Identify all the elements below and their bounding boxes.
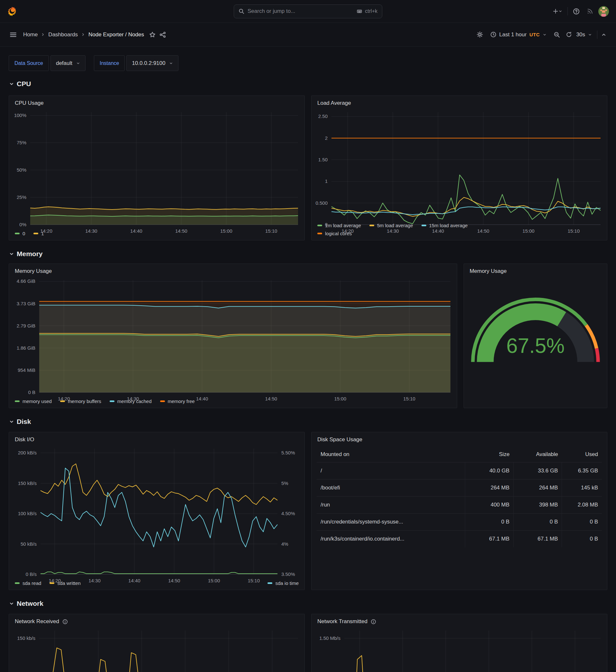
svg-text:14:40: 14:40	[130, 228, 142, 234]
table-row[interactable]: /40.0 GB33.6 GB6.35 GB	[317, 462, 602, 479]
svg-text:15:10: 15:10	[265, 228, 277, 234]
svg-text:25%: 25%	[17, 194, 26, 200]
panel-title[interactable]: Load Average	[317, 100, 351, 106]
section-cpu[interactable]: CPU	[9, 80, 607, 88]
svg-text:14:50: 14:50	[168, 578, 180, 583]
grafana-logo[interactable]	[7, 6, 17, 17]
series-sda io time	[40, 468, 277, 547]
panel-title[interactable]: Memory Usage	[470, 268, 507, 274]
memory-usage-chart[interactable]: 0 B954 MiB1.86 GiB2.79 GiB3.73 GiB4.66 G…	[9, 276, 457, 395]
svg-text:100%: 100%	[14, 112, 26, 118]
time-range-picker[interactable]: Last 1 hour UTC	[487, 29, 550, 40]
kiosk-toggle-button[interactable]	[599, 30, 608, 39]
svg-text:15:00: 15:00	[334, 396, 346, 401]
column-header-size[interactable]: Size	[465, 447, 513, 462]
memory-gauge[interactable]: 67.5%	[464, 276, 607, 408]
disk-space-table: Mounted onSizeAvailableUsed/40.0 GB33.6 …	[317, 447, 602, 547]
cpu-usage-chart[interactable]: 0%25%50%75%100%14:2014:3014:4014:5015:00…	[9, 108, 304, 228]
table-row[interactable]: /run/k3s/containerd/io.containerd...67.1…	[317, 531, 602, 548]
avatar[interactable]	[598, 6, 609, 17]
section-memory[interactable]: Memory	[9, 250, 607, 258]
svg-text:14:40: 14:40	[432, 228, 444, 234]
mount-point-cell: /	[317, 462, 465, 479]
svg-text:0: 0	[325, 222, 328, 227]
panel-title[interactable]: CPU Usage	[15, 100, 44, 106]
table-row[interactable]: /run400 MB398 MB2.08 MB	[317, 497, 602, 514]
panel-title[interactable]: Memory Usage	[15, 268, 52, 274]
svg-text:200 kB/s: 200 kB/s	[18, 450, 37, 455]
dashboard-content: Data Source default Instance 10.0.0.2:91…	[0, 55, 616, 672]
value-cell: 40.0 GB	[465, 462, 513, 479]
chart-svg: 0 B954 MiB1.86 GiB2.79 GiB3.73 GiB4.66 G…	[9, 276, 457, 403]
svg-text:15:00: 15:00	[522, 228, 535, 234]
var-datasource-label[interactable]: Data Source	[9, 55, 49, 71]
section-disk[interactable]: Disk	[9, 418, 607, 426]
mount-point-cell: /run	[317, 497, 465, 514]
svg-text:2.50: 2.50	[318, 113, 328, 119]
section-memory-title: Memory	[17, 250, 43, 258]
column-header-available[interactable]: Available	[513, 447, 562, 462]
zoom-out-button[interactable]	[552, 30, 562, 40]
panel-title[interactable]: Network Received	[15, 618, 59, 625]
load-average-chart[interactable]: 00.50011.5022.5014:2014:3014:4014:5015:0…	[312, 108, 607, 220]
news-button[interactable]	[585, 6, 595, 16]
column-header-mounted-on[interactable]: Mounted on	[317, 447, 465, 462]
table-row[interactable]: /run/credentials/systemd-sysuse...0 B0 B…	[317, 514, 602, 531]
gauge-svg: 67.5%	[464, 276, 607, 408]
column-header-used[interactable]: Used	[562, 447, 602, 462]
network-transmitted-chart[interactable]: 0 b/s500 kb/s1 Mb/s1.50 Mb/s14:2014:3014…	[312, 627, 607, 672]
network-received-chart[interactable]: 0 b/s50 kb/s100 kb/s150 kb/s14:2014:3014…	[9, 627, 304, 672]
variables-row: Data Source default Instance 10.0.0.2:91…	[9, 55, 607, 71]
favorite-button[interactable]	[147, 30, 157, 40]
new-menu-button[interactable]	[551, 6, 564, 16]
svg-text:150 kB/s: 150 kB/s	[18, 480, 37, 486]
chevron-down-icon	[9, 419, 14, 424]
chart-svg: 0 b/s50 kb/s100 kb/s150 kb/s14:2014:3014…	[9, 627, 304, 672]
svg-text:4.50%: 4.50%	[281, 511, 295, 516]
refresh-interval-picker[interactable]: 30s	[576, 29, 595, 40]
section-cpu-title: CPU	[17, 80, 31, 88]
chevron-down-icon	[9, 82, 14, 86]
dashboard-settings-button[interactable]	[475, 29, 485, 40]
breadcrumb-home[interactable]: Home	[23, 31, 38, 38]
svg-text:14:50: 14:50	[175, 228, 187, 234]
breadcrumb-dashboards[interactable]: Dashboards	[48, 31, 78, 38]
info-icon[interactable]	[62, 619, 68, 624]
mount-point-cell: /boot/efi	[317, 479, 465, 497]
share-button[interactable]	[157, 30, 168, 40]
hamburger-icon	[10, 31, 17, 38]
value-cell: 0 B	[513, 514, 562, 531]
section-network[interactable]: Network	[9, 600, 607, 607]
panel-title[interactable]: Disk I/O	[15, 436, 34, 443]
svg-text:0 B/s: 0 B/s	[26, 571, 37, 577]
help-button[interactable]	[571, 6, 582, 17]
info-icon[interactable]	[371, 619, 376, 624]
mega-menu-button[interactable]	[8, 29, 19, 40]
value-cell: 264 MB	[513, 479, 562, 497]
value-cell: 0 B	[465, 514, 513, 531]
value-cell: 6.35 GB	[562, 462, 602, 479]
disk-io-chart[interactable]: 0 B/s50 kB/s100 kB/s150 kB/s200 kB/s3.50…	[9, 445, 304, 577]
panel-title[interactable]: Network Transmitted	[317, 618, 368, 625]
search-input[interactable]	[247, 8, 353, 14]
svg-text:14:20: 14:20	[40, 228, 52, 234]
refresh-button[interactable]	[564, 30, 574, 40]
panel-memory-usage: Memory Usage 0 B954 MiB1.86 GiB2.79 GiB3…	[9, 264, 457, 408]
var-instance-value[interactable]: 10.0.0.2:9100	[126, 55, 178, 71]
breadcrumb-current[interactable]: Node Exporter / Nodes	[88, 31, 144, 38]
chevron-down-icon	[9, 601, 14, 606]
cpu-row: CPU Usage 0%25%50%75%100%14:2014:3014:40…	[9, 95, 607, 240]
svg-text:15:00: 15:00	[208, 578, 220, 583]
breadcrumb: Home Dashboards Node Exporter / Nodes	[23, 31, 144, 38]
value-cell: 0 B	[562, 514, 602, 531]
var-instance-current: 10.0.0.2:9100	[132, 60, 165, 67]
panel-title[interactable]: Disk Space Usage	[317, 436, 362, 443]
var-datasource-value[interactable]: default	[50, 55, 85, 71]
svg-text:954 MiB: 954 MiB	[18, 367, 35, 373]
var-instance-label[interactable]: Instance	[94, 55, 125, 71]
value-cell: 398 MB	[513, 497, 562, 514]
table-header-row: Mounted onSizeAvailableUsed	[317, 447, 602, 462]
search-box[interactable]: ctrl+k	[234, 4, 382, 18]
table-row[interactable]: /boot/efi264 MB264 MB145 kB	[317, 479, 602, 497]
svg-text:14:20: 14:20	[342, 228, 354, 234]
